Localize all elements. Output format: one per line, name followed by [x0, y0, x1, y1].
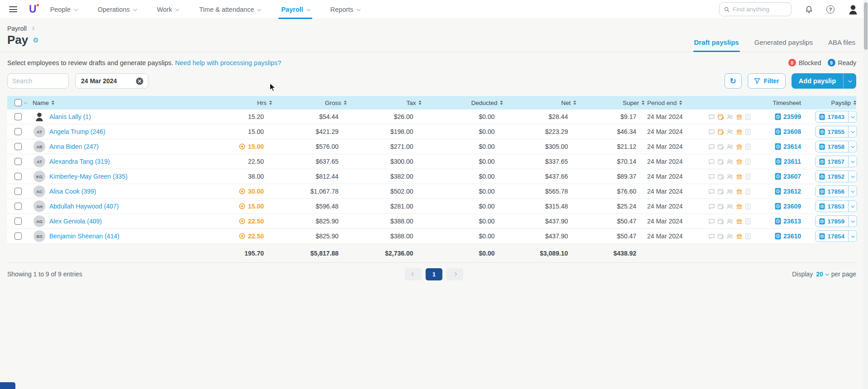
- bank-icon[interactable]: [736, 203, 743, 210]
- schedule-edit-icon[interactable]: [717, 188, 724, 195]
- schedule-edit-icon[interactable]: [717, 128, 724, 135]
- comment-icon[interactable]: [708, 188, 715, 195]
- timesheet-link[interactable]: 23611: [758, 158, 804, 165]
- nav-item-reports[interactable]: Reports: [330, 0, 360, 19]
- comment-icon[interactable]: [708, 114, 715, 120]
- people-icon[interactable]: [726, 218, 734, 225]
- select-all-checkbox[interactable]: [14, 99, 22, 106]
- tab-aba-files[interactable]: ABA files: [827, 38, 856, 52]
- payslip-dropdown[interactable]: [848, 156, 857, 167]
- row-checkbox[interactable]: [14, 218, 22, 225]
- add-payslip-dropdown[interactable]: [843, 73, 856, 89]
- user-avatar[interactable]: [848, 4, 858, 15]
- gear-icon[interactable]: ⚙: [33, 36, 38, 44]
- payslip-button[interactable]: 17852: [815, 171, 857, 182]
- timesheet-link[interactable]: 23609: [758, 203, 804, 210]
- tab-generated-payslips[interactable]: Generated payslips: [754, 38, 814, 52]
- row-checkbox[interactable]: [14, 113, 22, 120]
- bank-icon[interactable]: [736, 114, 743, 120]
- row-checkbox[interactable]: [14, 203, 22, 210]
- nav-item-payroll[interactable]: Payroll: [281, 0, 309, 19]
- schedule-edit-icon[interactable]: [717, 114, 724, 120]
- next-page-button[interactable]: [447, 268, 463, 280]
- payslip-doc-icon[interactable]: [745, 218, 751, 225]
- comment-icon[interactable]: [708, 158, 715, 165]
- timesheet-link[interactable]: 23610: [758, 232, 804, 240]
- prev-page-button[interactable]: [405, 268, 422, 280]
- payslip-dropdown[interactable]: [848, 171, 857, 182]
- payslip-button[interactable]: 17854: [815, 230, 857, 242]
- people-icon[interactable]: [726, 114, 734, 120]
- comment-icon[interactable]: [708, 143, 715, 150]
- timesheet-link[interactable]: 23608: [758, 128, 804, 135]
- employee-link[interactable]: Alex Geniola (409): [49, 218, 102, 225]
- payslip-dropdown[interactable]: [848, 216, 857, 227]
- payslip-doc-icon[interactable]: [745, 158, 751, 165]
- scrollbar-thumb[interactable]: [864, 2, 868, 50]
- global-search[interactable]: [719, 2, 792, 16]
- nav-item-operations[interactable]: Operations: [98, 0, 136, 19]
- people-icon[interactable]: [726, 143, 734, 150]
- help-link[interactable]: Need help with processing payslips?: [175, 59, 281, 66]
- timesheet-link[interactable]: 23607: [758, 173, 804, 180]
- payslip-button[interactable]: 17853: [815, 200, 857, 212]
- employee-link[interactable]: Anna Biden (247): [49, 143, 99, 150]
- schedule-edit-icon[interactable]: [717, 218, 724, 225]
- payslip-doc-icon[interactable]: [745, 233, 751, 240]
- payslip-doc-icon[interactable]: [745, 143, 751, 150]
- bank-icon[interactable]: [736, 188, 743, 195]
- row-checkbox[interactable]: [14, 188, 22, 195]
- tab-draft-payslips[interactable]: Draft payslips: [693, 38, 740, 52]
- payslip-dropdown[interactable]: [848, 201, 857, 212]
- chevron-down-icon[interactable]: [24, 100, 27, 104]
- payslip-dropdown[interactable]: [848, 231, 857, 242]
- payslip-dropdown[interactable]: [848, 126, 857, 137]
- refresh-button[interactable]: ↻: [725, 73, 742, 89]
- column-header-tax[interactable]: Tax: [347, 100, 421, 106]
- payslip-doc-icon[interactable]: [745, 114, 751, 120]
- schedule-edit-icon[interactable]: [717, 203, 724, 210]
- people-icon[interactable]: [726, 128, 734, 135]
- bank-icon[interactable]: [736, 128, 743, 135]
- nav-item-work[interactable]: Work: [157, 0, 179, 19]
- timesheet-link[interactable]: 23599: [758, 113, 804, 120]
- global-search-input[interactable]: [733, 6, 787, 13]
- nav-item-people[interactable]: People: [50, 0, 77, 19]
- payslip-button[interactable]: 17855: [815, 126, 857, 138]
- clear-date-icon[interactable]: [136, 77, 143, 85]
- payslip-button[interactable]: 17843: [815, 111, 857, 123]
- payslip-doc-icon[interactable]: [745, 128, 751, 135]
- payslip-doc-icon[interactable]: [745, 188, 751, 195]
- row-checkbox[interactable]: [14, 158, 22, 165]
- column-header-super[interactable]: Super: [576, 100, 644, 106]
- add-payslip-button[interactable]: Add payslip: [792, 73, 856, 89]
- timesheet-link[interactable]: 23614: [758, 143, 804, 150]
- comment-icon[interactable]: [708, 233, 715, 240]
- employee-link[interactable]: Alisa Cook (399): [49, 188, 96, 195]
- bottom-left-widget[interactable]: [0, 382, 15, 389]
- bank-icon[interactable]: [736, 158, 743, 165]
- comment-icon[interactable]: [708, 173, 715, 180]
- breadcrumb-payroll[interactable]: Payroll: [7, 25, 27, 32]
- bank-icon[interactable]: [736, 143, 743, 150]
- schedule-edit-icon[interactable]: [717, 158, 724, 165]
- column-header-name[interactable]: Name: [33, 100, 188, 106]
- comment-icon[interactable]: [708, 203, 715, 210]
- employee-link[interactable]: Abdullah Haywood (407): [49, 203, 119, 210]
- payslip-dropdown[interactable]: [848, 111, 857, 122]
- payslip-doc-icon[interactable]: [745, 203, 751, 210]
- filter-button[interactable]: Filter: [748, 73, 786, 89]
- bank-icon[interactable]: [736, 233, 743, 240]
- payslip-doc-icon[interactable]: [745, 173, 751, 180]
- column-header-payslip[interactable]: Payslip: [804, 100, 857, 106]
- column-header-net[interactable]: Net: [503, 100, 576, 106]
- payslip-dropdown[interactable]: [848, 141, 857, 152]
- column-header-period-end[interactable]: Period end: [644, 100, 706, 106]
- column-header-hrs[interactable]: Hrs: [188, 100, 272, 106]
- column-header-deducted[interactable]: Deducted: [421, 100, 503, 106]
- people-icon[interactable]: [726, 173, 734, 180]
- table-search[interactable]: [7, 73, 69, 89]
- page-1-button[interactable]: 1: [426, 268, 443, 280]
- table-search-input[interactable]: [12, 77, 64, 85]
- people-icon[interactable]: [726, 203, 734, 210]
